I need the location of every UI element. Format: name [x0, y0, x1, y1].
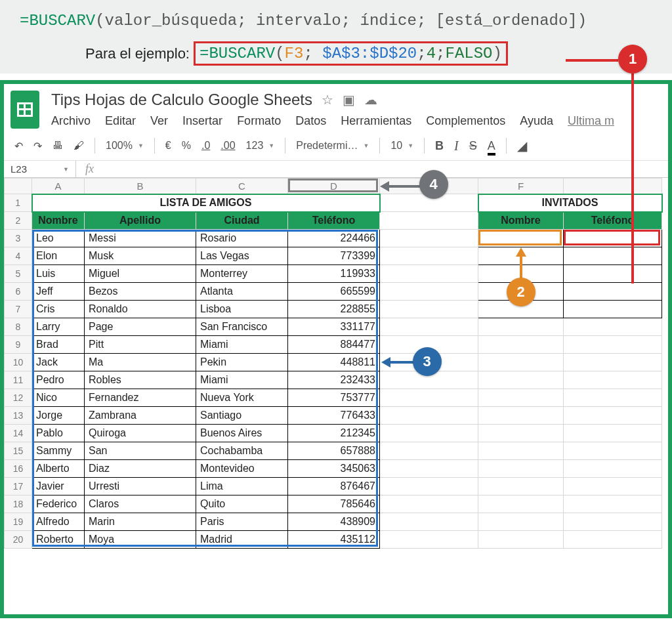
zoom-dropdown[interactable]: 100% [106, 140, 144, 152]
move-folder-icon[interactable]: ▣ [343, 92, 355, 108]
menu-editar[interactable]: Editar [105, 114, 136, 128]
print-button[interactable]: 🖶 [52, 140, 63, 152]
row-header[interactable]: 20 [5, 531, 32, 549]
row-header[interactable]: 18 [5, 495, 32, 513]
cell[interactable] [380, 460, 478, 478]
table-cell[interactable]: Diaz [85, 460, 196, 478]
table-cell[interactable]: 435112 [288, 531, 380, 549]
table-cell[interactable]: Las Vegas [196, 247, 288, 265]
cell[interactable] [564, 531, 662, 549]
table2-cell[interactable] [564, 283, 662, 301]
currency-button[interactable]: € [165, 140, 171, 152]
row-header[interactable]: 5 [5, 265, 32, 283]
last-modified-link[interactable]: Ultima m [568, 114, 614, 128]
more-formats-dropdown[interactable]: 123 [246, 140, 275, 152]
col-header-B[interactable]: B [85, 179, 196, 194]
col-header-G[interactable] [564, 179, 662, 194]
table-cell[interactable]: Moya [85, 531, 196, 549]
menu-archivo[interactable]: Archivo [51, 114, 91, 128]
table-cell[interactable]: Nico [32, 389, 85, 407]
row-header[interactable]: 9 [5, 336, 32, 354]
table-cell[interactable]: 232433 [288, 371, 380, 389]
row-header[interactable]: 11 [5, 371, 32, 389]
table-cell[interactable]: Rosario [196, 230, 288, 247]
paint-format-button[interactable]: 🖌 [74, 140, 84, 152]
table-cell[interactable]: Pedro [32, 371, 85, 389]
font-dropdown[interactable]: Predetermi… [296, 140, 369, 152]
table2-cell[interactable] [564, 247, 662, 265]
text-color-button[interactable]: A [488, 139, 495, 153]
table-cell[interactable]: Cris [32, 301, 85, 318]
table1-header[interactable]: Apellido [85, 212, 196, 230]
select-all-corner[interactable] [5, 179, 32, 194]
cell[interactable] [478, 442, 564, 460]
menu-ayuda[interactable]: Ayuda [520, 114, 553, 128]
cell[interactable] [478, 407, 564, 425]
document-title[interactable]: Tips Hojas de Calculo Google Sheets [51, 91, 312, 109]
table-cell[interactable]: 776433 [288, 407, 380, 425]
table2-cell[interactable] [564, 230, 662, 247]
table-cell[interactable]: Larry [32, 318, 85, 336]
table-cell[interactable]: 665599 [288, 283, 380, 301]
table-cell[interactable]: Paris [196, 513, 288, 531]
table-cell[interactable]: Luis [32, 265, 85, 283]
table-cell[interactable]: Nueva York [196, 389, 288, 407]
cell[interactable] [478, 425, 564, 442]
cell[interactable] [380, 513, 478, 531]
table-cell[interactable]: Buenos Aires [196, 425, 288, 442]
table-cell[interactable]: 448811 [288, 354, 380, 371]
table-cell[interactable]: Page [85, 318, 196, 336]
table-cell[interactable]: Pablo [32, 425, 85, 442]
table-cell[interactable]: 753777 [288, 389, 380, 407]
percent-button[interactable]: % [182, 140, 191, 152]
table1-header[interactable]: Ciudad [196, 212, 288, 230]
table-cell[interactable]: Jeff [32, 283, 85, 301]
table2-cell[interactable] [478, 230, 564, 247]
table-cell[interactable]: Lima [196, 478, 288, 495]
undo-button[interactable]: ↶ [14, 140, 23, 152]
table-cell[interactable]: Jack [32, 354, 85, 371]
cell[interactable] [564, 336, 662, 354]
table-cell[interactable]: Monterrey [196, 265, 288, 283]
table-cell[interactable]: Zambrana [85, 407, 196, 425]
cell[interactable] [564, 478, 662, 495]
italic-button[interactable]: I [454, 138, 459, 154]
table-cell[interactable]: Lisboa [196, 301, 288, 318]
star-icon[interactable]: ☆ [322, 92, 333, 108]
table-cell[interactable]: Leo [32, 230, 85, 247]
sheets-logo-icon[interactable] [10, 91, 39, 129]
row-header[interactable]: 10 [5, 354, 32, 371]
bold-button[interactable]: B [435, 139, 444, 153]
cell[interactable] [380, 531, 478, 549]
table-cell[interactable]: 773399 [288, 247, 380, 265]
cell[interactable] [564, 407, 662, 425]
font-size-dropdown[interactable]: 10 [390, 140, 413, 152]
table-cell[interactable]: 657888 [288, 442, 380, 460]
table-cell[interactable]: Miguel [85, 265, 196, 283]
table-cell[interactable]: 224466 [288, 230, 380, 247]
table-cell[interactable]: 876467 [288, 478, 380, 495]
menu-ver[interactable]: Ver [150, 114, 168, 128]
table-cell[interactable]: Madrid [196, 531, 288, 549]
row-header[interactable]: 1 [5, 194, 32, 212]
table-cell[interactable]: Alberto [32, 460, 85, 478]
increase-decimal-button[interactable]: .00 [220, 140, 235, 152]
row-header[interactable]: 14 [5, 425, 32, 442]
table-cell[interactable]: 884477 [288, 336, 380, 354]
cell[interactable] [478, 495, 564, 513]
row-header[interactable]: 15 [5, 442, 32, 460]
cell[interactable] [478, 513, 564, 531]
table-cell[interactable]: 345063 [288, 460, 380, 478]
cell[interactable] [564, 318, 662, 336]
cell[interactable] [380, 283, 478, 301]
row-header[interactable]: 2 [5, 212, 32, 230]
table-cell[interactable]: San [85, 442, 196, 460]
table-cell[interactable]: Ma [85, 354, 196, 371]
table-cell[interactable]: Pitt [85, 336, 196, 354]
cell[interactable] [564, 495, 662, 513]
cell[interactable] [478, 336, 564, 354]
cell[interactable] [564, 425, 662, 442]
table1-header[interactable]: Nombre [32, 212, 85, 230]
table-cell[interactable]: Alfredo [32, 513, 85, 531]
table-cell[interactable]: San Francisco [196, 318, 288, 336]
